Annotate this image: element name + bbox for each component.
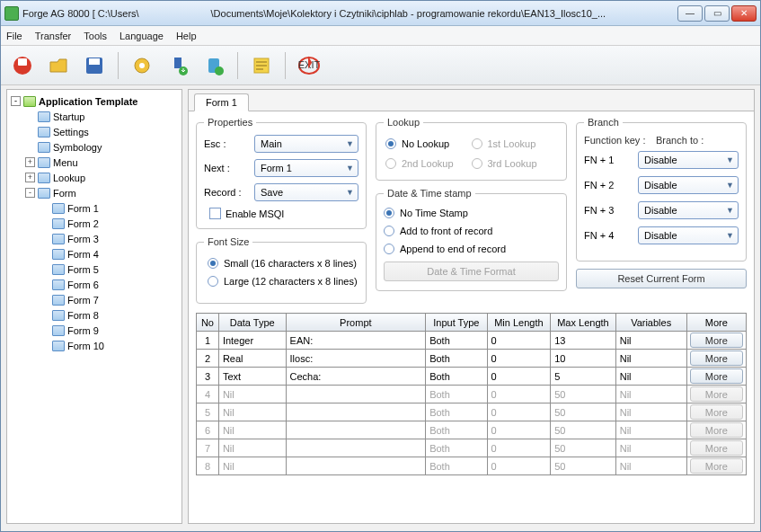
cell-variables[interactable]: Nil xyxy=(615,332,686,350)
cell-max[interactable]: 10 xyxy=(551,350,616,368)
tree-form-10[interactable]: Form 10 xyxy=(9,338,180,353)
tree-startup[interactable]: Startup xyxy=(9,109,180,124)
tree-lookup[interactable]: +Lookup xyxy=(9,170,180,185)
col-variables[interactable]: Variables xyxy=(615,314,686,332)
exit-icon[interactable]: EXIT xyxy=(295,51,323,80)
save-icon[interactable] xyxy=(80,51,109,80)
tree-form-4[interactable]: Form 4 xyxy=(9,246,180,262)
cell-datatype[interactable]: Nil xyxy=(218,439,286,457)
notes-icon[interactable] xyxy=(247,51,276,80)
menu-language[interactable]: Language xyxy=(119,31,164,41)
table-row[interactable]: 1IntegerEAN:Both013NilMore xyxy=(197,332,747,350)
tree-form-1[interactable]: Form 1 xyxy=(9,200,180,216)
cell-min[interactable]: 0 xyxy=(487,332,551,350)
table-row[interactable]: 7NilBoth050NilMore xyxy=(197,439,747,457)
col-datatype[interactable]: Data Type xyxy=(218,314,286,332)
close-button[interactable]: ✕ xyxy=(731,5,757,22)
table-row[interactable]: 5NilBoth050NilMore xyxy=(197,403,747,421)
tree-form[interactable]: -Form xyxy=(9,185,180,200)
cell-inputtype[interactable]: Both xyxy=(426,332,487,350)
cell-min[interactable]: 0 xyxy=(487,368,551,386)
lookup-none-radio[interactable]: No Lookup xyxy=(385,138,472,149)
menu-tools[interactable]: Tools xyxy=(84,31,107,41)
cell-datatype[interactable]: Text xyxy=(218,368,286,386)
cell-min[interactable]: 0 xyxy=(487,386,551,403)
branch-fn4-select[interactable]: Disable▼ xyxy=(638,226,739,244)
fontsize-small-radio[interactable]: Small (16 characters x 8 lines) xyxy=(208,258,358,269)
tree-form-9[interactable]: Form 9 xyxy=(9,323,180,338)
cell-max[interactable]: 50 xyxy=(551,421,616,439)
cell-prompt[interactable]: Cecha: xyxy=(286,368,426,386)
cell-prompt[interactable] xyxy=(286,403,426,421)
col-more[interactable]: More xyxy=(686,314,746,332)
cell-prompt[interactable] xyxy=(286,457,426,475)
next-select[interactable]: Form 1▼ xyxy=(254,159,358,177)
more-button[interactable]: More xyxy=(690,350,743,366)
minimize-button[interactable]: — xyxy=(677,5,703,22)
cell-max[interactable]: 5 xyxy=(551,368,616,386)
cell-inputtype[interactable]: Both xyxy=(426,368,487,386)
cell-prompt[interactable] xyxy=(286,421,426,439)
tree-form-3[interactable]: Form 3 xyxy=(9,231,180,246)
tree-form-2[interactable]: Form 2 xyxy=(9,216,180,231)
esc-select[interactable]: Main▼ xyxy=(254,135,358,153)
cell-min[interactable]: 0 xyxy=(487,403,551,421)
cell-max[interactable]: 50 xyxy=(551,386,616,403)
cell-inputtype[interactable]: Both xyxy=(426,439,487,457)
tree-form-7[interactable]: Form 7 xyxy=(9,292,180,307)
branch-fn3-select[interactable]: Disable▼ xyxy=(638,201,739,219)
tree-root[interactable]: -Application Template xyxy=(9,93,180,109)
cell-datatype[interactable]: Nil xyxy=(218,421,286,439)
menu-transfer[interactable]: Transfer xyxy=(35,31,72,41)
cell-datatype[interactable]: Integer xyxy=(218,332,286,350)
table-row[interactable]: 8NilBoth050NilMore xyxy=(197,457,747,475)
tree-view[interactable]: -Application Template Startup Settings S… xyxy=(6,89,182,524)
cell-min[interactable]: 0 xyxy=(487,421,551,439)
branch-fn2-select[interactable]: Disable▼ xyxy=(638,176,739,194)
menu-help[interactable]: Help xyxy=(176,31,197,41)
cell-variables[interactable]: Nil xyxy=(615,457,686,475)
record-select[interactable]: Save▼ xyxy=(254,183,358,201)
cell-inputtype[interactable]: Both xyxy=(426,386,487,403)
cell-variables[interactable]: Nil xyxy=(615,350,686,368)
cell-datatype[interactable]: Real xyxy=(218,350,286,368)
dt-front-radio[interactable]: Add to front of record xyxy=(384,226,559,236)
cell-max[interactable]: 50 xyxy=(551,457,616,475)
col-prompt[interactable]: Prompt xyxy=(286,314,426,332)
cell-datatype[interactable]: Nil xyxy=(218,386,286,403)
tree-menu[interactable]: +Menu xyxy=(9,155,180,170)
cell-prompt[interactable] xyxy=(286,439,426,457)
cell-min[interactable]: 0 xyxy=(487,439,551,457)
table-row[interactable]: 4NilBoth050NilMore xyxy=(197,386,747,403)
cell-max[interactable]: 13 xyxy=(551,332,616,350)
menu-file[interactable]: File xyxy=(6,31,22,41)
tree-form-8[interactable]: Form 8 xyxy=(9,307,180,323)
table-row[interactable]: 2RealIlosc:Both010NilMore xyxy=(197,350,747,368)
open-icon[interactable] xyxy=(44,51,73,80)
cell-variables[interactable]: Nil xyxy=(615,403,686,421)
cell-prompt[interactable]: Ilosc: xyxy=(286,350,426,368)
col-no[interactable]: No xyxy=(197,314,219,332)
cell-prompt[interactable] xyxy=(286,386,426,403)
cell-datatype[interactable]: Nil xyxy=(218,457,286,475)
cell-inputtype[interactable]: Both xyxy=(426,350,487,368)
cell-min[interactable]: 0 xyxy=(487,350,551,368)
cell-prompt[interactable]: EAN: xyxy=(286,332,426,350)
cell-datatype[interactable]: Nil xyxy=(218,403,286,421)
new-icon[interactable] xyxy=(8,51,37,80)
reset-form-button[interactable]: Reset Current Form xyxy=(576,269,747,288)
cell-inputtype[interactable]: Both xyxy=(426,457,487,475)
col-inputtype[interactable]: Input Type xyxy=(426,314,487,332)
tab-form-1[interactable]: Form 1 xyxy=(194,93,249,111)
cell-inputtype[interactable]: Both xyxy=(426,421,487,439)
cell-max[interactable]: 50 xyxy=(551,439,616,457)
cell-variables[interactable]: Nil xyxy=(615,368,686,386)
upload-icon[interactable] xyxy=(199,51,228,80)
cell-variables[interactable]: Nil xyxy=(615,386,686,403)
enable-msqi-checkbox[interactable]: Enable MSQI xyxy=(209,208,358,219)
tree-form-6[interactable]: Form 6 xyxy=(9,277,180,292)
tree-form-5[interactable]: Form 5 xyxy=(9,262,180,277)
more-button[interactable]: More xyxy=(690,332,743,348)
col-min[interactable]: Min Length xyxy=(487,314,551,332)
fontsize-large-radio[interactable]: Large (12 characters x 8 lines) xyxy=(208,276,358,287)
